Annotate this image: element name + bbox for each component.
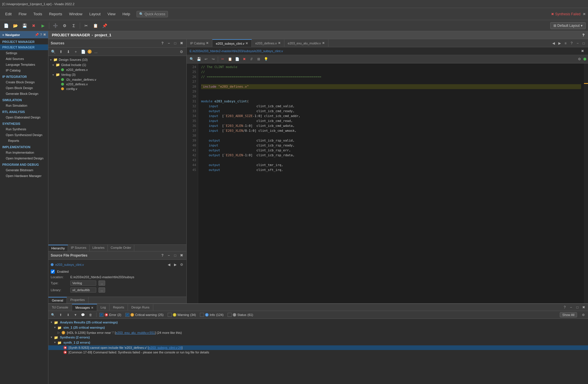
status-checkbox[interactable] <box>228 313 232 317</box>
sfp-type-input[interactable] <box>70 281 96 286</box>
tree-e203-defines[interactable]: e203_defines.v <box>48 67 186 72</box>
msg-filter-btn[interactable]: ▼ <box>73 312 78 318</box>
src-search-btn[interactable]: 🔍 <box>50 48 56 55</box>
tab-prev-icon[interactable]: ◀ <box>551 41 556 46</box>
menu-flow[interactable]: Flow <box>16 11 29 17</box>
src-file-btn[interactable]: 📄 <box>80 48 86 55</box>
ed-gear-btn[interactable]: ⚙ <box>576 56 583 62</box>
src-tab-hierarchy[interactable]: Hierarchy <box>48 245 68 251</box>
sidebar-item-ip-catalog[interactable]: IP Catalog <box>0 67 48 73</box>
tb-open-btn[interactable]: 📂 <box>12 22 19 29</box>
sidebar-item-gen-bitstream[interactable]: Generate Bitstream <box>0 167 48 173</box>
quick-access-bar[interactable]: 🔍 Quick Access <box>137 11 168 17</box>
sfp-tab-properties[interactable]: Properties <box>67 297 88 303</box>
msg-error1[interactable]: ✖ [Synth 8-9263] cannot open include fil… <box>48 345 588 350</box>
sources-close-icon[interactable]: ✖ <box>179 41 184 46</box>
code-editor[interactable]: // The CLINT module // // ==============… <box>198 63 584 303</box>
menu-view[interactable]: View <box>105 11 118 17</box>
tab-list-icon[interactable]: ≡ <box>563 41 568 46</box>
info-checkbox[interactable] <box>200 313 204 317</box>
sidebar-item-add-sources[interactable]: Add Sources <box>0 56 48 62</box>
ed-light-btn[interactable]: 💡 <box>263 56 269 62</box>
tab-close-icon[interactable]: ✖ <box>278 41 281 45</box>
bottom-tab-reports[interactable]: Reports <box>109 304 128 310</box>
tb-settings-btn[interactable]: ⚙ <box>61 22 68 29</box>
bottom-tab-design-runs[interactable]: Design Runs <box>128 304 153 310</box>
ed-comment-btn[interactable]: // <box>248 56 255 62</box>
filter-error[interactable]: ✓ ✖ Error (2) <box>99 313 121 317</box>
ed-search-btn[interactable]: 🔍 <box>188 56 195 62</box>
sidebar-item-open-synth[interactable]: Open Synthesized Design <box>0 132 48 138</box>
warning-checkbox[interactable] <box>168 313 172 317</box>
tb-copy-btn[interactable]: 📋 <box>92 22 99 29</box>
sidebar-item-run-synth[interactable]: Run Synthesis <box>0 126 48 132</box>
sfp-library-input[interactable] <box>70 287 96 293</box>
bottom-tab-messages[interactable]: Messages ✖ <box>72 304 97 311</box>
menu-tools[interactable]: Tools <box>31 11 45 17</box>
tab-next-icon[interactable]: ▶ <box>557 41 562 46</box>
msg-synth1-group[interactable]: ▾ 📁 synth_1 (2 errors) <box>48 340 588 345</box>
src-gear-btn[interactable]: ⚙ <box>178 48 185 55</box>
sidebar-item-open-block[interactable]: Open Block Design <box>0 85 48 91</box>
sfp-gear-btn[interactable]: ⚙ <box>179 262 184 267</box>
sfp-tab-general[interactable]: General <box>48 297 67 303</box>
msg-expand-btn[interactable]: ⬇ <box>65 312 71 318</box>
msg-collapse-btn[interactable]: ⬆ <box>58 312 63 318</box>
tb-sigma-btn[interactable]: Σ <box>70 22 77 29</box>
ed-cut-btn[interactable]: ✂ <box>220 56 226 62</box>
editor-tab-muldiv[interactable]: e203_exu_alu_muldiv.v ✖ <box>284 39 328 47</box>
msg-sim1-group[interactable]: ▾ 📁 sim_1 (25 critical warnings) <box>48 325 588 330</box>
sidebar-item-open-impl[interactable]: Open Implemented Design <box>0 155 48 161</box>
src-tab-ip-sources[interactable]: IP Sources <box>68 245 90 251</box>
tab-close-icon[interactable]: ✖ <box>91 306 93 309</box>
sfp-forward-btn[interactable]: ▶ <box>173 262 178 267</box>
ed-table-btn[interactable]: ⊞ <box>256 56 262 62</box>
menu-reports[interactable]: Reports <box>46 11 65 17</box>
src-tab-libraries[interactable]: Libraries <box>90 245 108 251</box>
menu-layout[interactable]: Layout <box>86 11 103 17</box>
tree-global-include[interactable]: ▾ 📁 Global Include (1) <box>48 62 186 67</box>
sidebar-pin-icon[interactable]: 📌 <box>35 33 39 37</box>
sidebar-help-icon[interactable]: ? <box>40 33 42 37</box>
tb-save-btn[interactable]: 💾 <box>21 22 28 29</box>
bottom-help-icon[interactable]: ? <box>562 305 567 310</box>
tab-close-icon[interactable]: ✖ <box>322 41 325 45</box>
tab-restore-icon[interactable]: □ <box>581 41 586 46</box>
sidebar-close-icon[interactable]: ✖ <box>43 33 46 37</box>
src-expand-btn[interactable]: ⬇ <box>65 48 71 55</box>
filter-critical[interactable]: ✓ ! Critical warning (25) <box>125 313 164 317</box>
tab-close-icon[interactable]: ✖ <box>206 41 209 45</box>
hdl-error-link[interactable]: e203_exu_alu_muldiv.v:551 <box>116 331 155 334</box>
critical-checkbox[interactable]: ✓ <box>125 313 129 317</box>
sfp-close-icon[interactable]: ✖ <box>179 253 184 258</box>
sidebar-item-lang-templates[interactable]: Language Templates <box>0 62 48 67</box>
default-layout[interactable]: ⊞ Default Layout ▾ <box>550 22 586 29</box>
bottom-minimize-icon[interactable]: − <box>568 305 574 310</box>
ed-undo-btn[interactable]: ↩ <box>203 56 209 62</box>
show-all-btn[interactable]: Show All <box>560 312 577 317</box>
tb-paste-btn[interactable]: 📌 <box>101 22 108 29</box>
editor-tab-defines[interactable]: e203_defines.v ✖ <box>252 39 284 47</box>
ed-redo-btn[interactable]: ↪ <box>210 56 216 62</box>
tb-cut-btn[interactable]: ✂ <box>82 22 90 29</box>
sidebar-item-pm[interactable]: PROJECT MANAGER <box>0 44 48 50</box>
sfp-help-icon[interactable]: ? <box>160 253 165 258</box>
filter-info[interactable]: i Info (124) <box>200 313 224 317</box>
msg-delete-btn[interactable]: 🗑 <box>88 312 93 318</box>
sfp-restore-icon[interactable]: □ <box>173 253 178 258</box>
bottom-close-icon[interactable]: ✖ <box>581 305 586 310</box>
msg-synthesis-group[interactable]: ▾ 📁 Synthesis (2 errors) <box>48 335 588 340</box>
error-checkbox[interactable]: ✓ <box>99 313 103 317</box>
tree-verilog[interactable]: ▾ 📁 Verilog (3) <box>48 72 186 77</box>
sidebar-item-settings[interactable]: Settings <box>0 50 48 56</box>
bottom-tab-tcl[interactable]: Tcl Console <box>48 304 72 310</box>
msg-error2[interactable]: ✖ [Common 17-69] Command failed: Synthes… <box>48 350 588 355</box>
pm-help-icon[interactable]: ? <box>582 33 585 37</box>
tree-i2c-master[interactable]: i2c_master_defines.v <box>48 77 186 82</box>
editor-body[interactable]: 24252627 28293031 32333435 36373839 4041… <box>187 63 588 303</box>
msg-hdl-error[interactable]: ▷ ! [HDL 9-1206] Syntax error near ':' [… <box>48 330 588 335</box>
sources-restore-icon[interactable]: □ <box>173 41 178 46</box>
src-more-btn[interactable]: ... <box>93 48 99 55</box>
bottom-tab-log[interactable]: Log <box>97 304 109 310</box>
src-tab-compile-order[interactable]: Compile Order <box>108 245 135 251</box>
